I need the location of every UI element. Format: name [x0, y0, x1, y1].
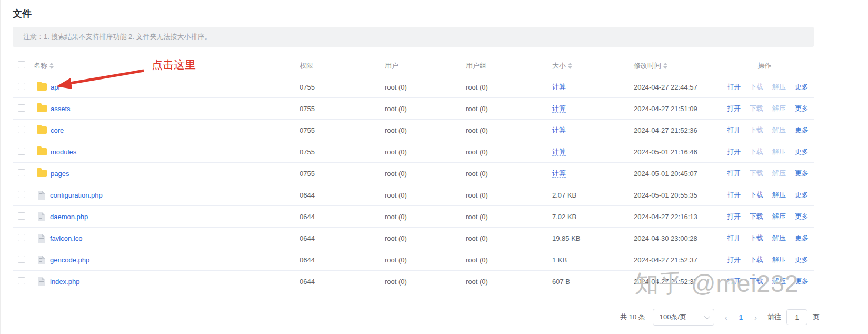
- open-action-link[interactable]: 打开: [727, 190, 741, 200]
- current-page[interactable]: 1: [739, 313, 743, 321]
- more-action-link[interactable]: 更多: [795, 104, 809, 113]
- download-action-link[interactable]: 下载: [750, 233, 763, 243]
- open-action-link[interactable]: 打开: [727, 169, 741, 178]
- more-action-link[interactable]: 更多: [795, 169, 809, 178]
- file-table: 名称 权限 用户 用户组 大小 修改时间 操作 api0755root (0)r…: [13, 55, 814, 292]
- file-name-link[interactable]: gencode.php: [50, 256, 89, 264]
- more-action-link[interactable]: 更多: [795, 190, 809, 200]
- open-action-link[interactable]: 打开: [727, 147, 741, 156]
- unzip-action-link[interactable]: 解压: [772, 82, 786, 92]
- calc-size-link[interactable]: 计算: [552, 148, 566, 156]
- mtime-cell: 2024-04-27 22:44:57: [622, 83, 715, 91]
- row-checkbox[interactable]: [18, 126, 25, 133]
- row-checkbox[interactable]: [18, 256, 25, 263]
- file-name-link[interactable]: index.php: [50, 278, 79, 286]
- unzip-action-link[interactable]: 解压: [772, 255, 786, 264]
- table-row: favicon.ico0644root (0)root (0)19.85 KB2…: [13, 228, 814, 249]
- mtime-cell: 2024-05-01 20:45:07: [622, 170, 715, 178]
- unzip-action-link[interactable]: 解压: [772, 233, 786, 243]
- unzip-action-link[interactable]: 解压: [772, 212, 786, 221]
- file-name-link[interactable]: configuration.php: [50, 191, 103, 199]
- chevron-down-icon: [704, 313, 710, 319]
- size-value: 7.02 KB: [552, 213, 576, 221]
- column-header-mtime[interactable]: 修改时间: [634, 61, 667, 71]
- mtime-cell: 2024-04-27 22:16:13: [622, 213, 715, 221]
- unzip-action-link[interactable]: 解压: [772, 169, 786, 178]
- prev-page-button[interactable]: ‹: [725, 313, 727, 322]
- open-action-link[interactable]: 打开: [727, 233, 741, 243]
- file-name-link[interactable]: favicon.ico: [50, 234, 82, 242]
- file-name-link[interactable]: modules: [51, 148, 76, 156]
- mtime-cell: 2024-04-30 23:00:28: [622, 234, 715, 242]
- table-row: api0755root (0)root (0)计算2024-04-27 22:4…: [13, 76, 814, 98]
- size-value: 19.85 KB: [552, 234, 581, 242]
- sort-icon: [49, 63, 54, 69]
- goto-page-input[interactable]: [786, 309, 807, 325]
- unzip-action-link[interactable]: 解压: [772, 104, 786, 113]
- notice-bar: 注意：1. 搜索结果不支持排序功能 2. 文件夹无法按大小排序。: [13, 27, 814, 47]
- open-action-link[interactable]: 打开: [727, 255, 741, 264]
- file-name-link[interactable]: assets: [51, 105, 71, 113]
- user-cell: root (0): [372, 170, 453, 178]
- row-checkbox[interactable]: [18, 191, 25, 198]
- download-action-link[interactable]: 下载: [750, 190, 763, 200]
- download-action-link[interactable]: 下载: [750, 212, 763, 221]
- calc-size-link[interactable]: 计算: [552, 104, 566, 113]
- group-cell: root (0): [453, 191, 540, 199]
- file-icon: [38, 277, 45, 286]
- row-checkbox[interactable]: [18, 212, 25, 220]
- next-page-button[interactable]: ›: [754, 313, 757, 322]
- open-action-link[interactable]: 打开: [727, 212, 741, 221]
- file-icon: [38, 212, 45, 221]
- file-icon: [38, 191, 45, 200]
- file-name-link[interactable]: daemon.php: [50, 213, 88, 221]
- more-action-link[interactable]: 更多: [795, 255, 809, 264]
- unzip-action-link[interactable]: 解压: [772, 190, 786, 200]
- open-action-link[interactable]: 打开: [727, 104, 741, 113]
- more-action-link[interactable]: 更多: [795, 147, 809, 156]
- more-action-link[interactable]: 更多: [795, 212, 809, 221]
- calc-size-link[interactable]: 计算: [552, 126, 566, 134]
- column-header-name[interactable]: 名称: [34, 61, 54, 71]
- download-action-link[interactable]: 下载: [750, 104, 763, 113]
- perm-cell: 0755: [286, 170, 372, 178]
- mtime-cell: 2024-04-27 21:52:37: [622, 256, 715, 264]
- download-action-link[interactable]: 下载: [750, 169, 763, 178]
- row-checkbox[interactable]: [18, 83, 25, 90]
- perm-cell: 0644: [286, 278, 372, 286]
- file-name-link[interactable]: api: [51, 83, 59, 91]
- file-name-link[interactable]: pages: [51, 170, 69, 178]
- perm-cell: 0644: [286, 191, 372, 199]
- sort-icon: [663, 63, 667, 69]
- file-name-link[interactable]: core: [51, 126, 64, 134]
- calc-size-link[interactable]: 计算: [552, 83, 566, 91]
- open-action-link[interactable]: 打开: [727, 82, 741, 92]
- select-all-checkbox[interactable]: [18, 61, 25, 68]
- table-row: pages0755root (0)root (0)计算2024-05-01 20…: [13, 163, 814, 184]
- download-action-link[interactable]: 下载: [750, 147, 763, 156]
- file-icon: [38, 234, 45, 243]
- page-size-select[interactable]: 100条/页: [653, 309, 714, 326]
- download-action-link[interactable]: 下载: [750, 255, 763, 264]
- column-header-size[interactable]: 大小: [552, 61, 572, 71]
- more-action-link[interactable]: 更多: [795, 125, 809, 135]
- perm-cell: 0755: [286, 83, 372, 91]
- page-title: 文件: [13, 7, 868, 20]
- user-cell: root (0): [372, 83, 453, 91]
- more-action-link[interactable]: 更多: [795, 82, 809, 92]
- open-action-link[interactable]: 打开: [727, 125, 741, 135]
- perm-cell: 0644: [286, 234, 372, 242]
- unzip-action-link[interactable]: 解压: [772, 125, 786, 135]
- row-checkbox[interactable]: [18, 234, 25, 241]
- table-body: api0755root (0)root (0)计算2024-04-27 22:4…: [13, 76, 814, 292]
- row-checkbox[interactable]: [18, 104, 25, 112]
- download-action-link[interactable]: 下载: [750, 125, 763, 135]
- row-checkbox[interactable]: [18, 148, 25, 155]
- calc-size-link[interactable]: 计算: [552, 169, 566, 178]
- more-action-link[interactable]: 更多: [795, 233, 809, 243]
- row-checkbox[interactable]: [18, 169, 25, 176]
- unzip-action-link[interactable]: 解压: [772, 147, 786, 156]
- user-cell: root (0): [372, 105, 453, 113]
- row-checkbox[interactable]: [18, 277, 25, 284]
- download-action-link[interactable]: 下载: [750, 82, 763, 92]
